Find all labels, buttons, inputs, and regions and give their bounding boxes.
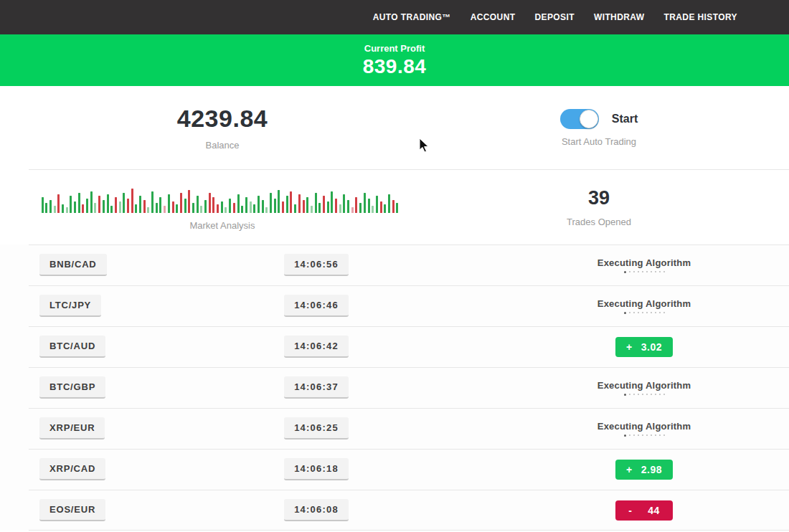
market-bar [54, 206, 56, 213]
current-profit-value: 839.84 [363, 55, 427, 78]
auto-trading-toggle[interactable] [560, 109, 599, 129]
auto-trading-cell: Start Start Auto Trading [445, 86, 753, 169]
market-bar [98, 196, 100, 213]
market-bar [107, 194, 109, 213]
market-bar [245, 197, 247, 213]
market-bar [78, 193, 80, 213]
market-bar [164, 206, 166, 213]
market-bar [318, 203, 321, 213]
progress-dots [537, 312, 752, 314]
trades-opened-label: Trades Opened [567, 217, 631, 227]
trade-row: BTC/GBP 14:06:37 Executing Algorithm [0, 367, 789, 408]
market-bar [290, 191, 292, 213]
market-bar [135, 204, 137, 213]
market-bar [86, 199, 88, 213]
market-bar [42, 197, 44, 213]
market-bar [233, 203, 235, 213]
market-bar [217, 204, 219, 213]
market-bar [90, 191, 93, 213]
result-value: 2.98 [641, 464, 662, 475]
market-bar [110, 206, 113, 213]
nav-item-account[interactable]: ACCOUNT [471, 12, 516, 22]
profit-badge: + 2.98 [615, 460, 673, 480]
market-bar [200, 206, 202, 213]
pair-chip: XRP/CAD [39, 458, 105, 480]
market-bar [225, 207, 227, 213]
auto-trading-label: Start Auto Trading [562, 136, 636, 147]
market-bar [180, 193, 182, 213]
balance-cell: 4239.84 Balance [0, 86, 445, 169]
result-sign: + [626, 464, 633, 475]
nav-item-trade-history[interactable]: TRADE HISTORY [663, 12, 737, 22]
toggle-label: Start [612, 113, 638, 125]
market-bar [376, 196, 378, 213]
balance-label: Balance [206, 140, 240, 151]
time-chip: 14:06:56 [284, 254, 349, 276]
loss-badge: - 44 [615, 500, 673, 521]
market-bar [57, 194, 60, 213]
market-bar [347, 200, 349, 213]
market-bar [323, 196, 325, 213]
market-bar [270, 193, 272, 213]
market-bar [103, 200, 105, 213]
top-navbar: AUTO TRADING™ACCOUNTDEPOSITWITHDRAWTRADE… [0, 0, 789, 34]
market-bar [159, 197, 161, 213]
market-bar [384, 204, 386, 213]
market-bar [237, 194, 240, 213]
toggle-knob [580, 110, 598, 128]
market-bar [184, 199, 186, 213]
market-bar [265, 207, 268, 213]
market-bar [274, 199, 276, 213]
market-bar [343, 194, 345, 213]
market-bar [359, 203, 362, 213]
pair-chip: XRP/EUR [39, 417, 105, 440]
market-bar [388, 194, 390, 213]
market-bar [355, 197, 357, 213]
market-bar [258, 196, 260, 213]
trade-row: XRP/EUR 14:06:25 Executing Algorithm [0, 408, 789, 449]
nav-item-withdraw[interactable]: WITHDRAW [594, 12, 645, 22]
executing-algorithm-label: Executing Algorithm [537, 298, 752, 309]
trade-row: EOS/EUR 14:06:08 - 44 [0, 490, 789, 531]
market-bar [172, 201, 174, 213]
market-bar [294, 204, 296, 213]
progress-dots [537, 434, 752, 437]
current-profit-label: Current Profit [364, 43, 425, 54]
market-bar [315, 193, 317, 213]
market-bar [351, 207, 354, 213]
nav-item-auto-trading[interactable]: AUTO TRADING™ [373, 12, 451, 22]
market-bar [278, 190, 280, 213]
pair-chip: BNB/CAD [39, 254, 107, 276]
market-analysis-label: Market Analysis [189, 220, 255, 231]
market-analysis-cell: Market Analysis [0, 170, 445, 244]
time-chip: 14:06:25 [284, 417, 349, 440]
market-bar [221, 201, 223, 213]
pair-chip: BTC/GBP [39, 376, 105, 399]
executing-algorithm-label: Executing Algorithm [537, 421, 752, 432]
result-value: 44 [648, 505, 660, 516]
nav-item-deposit[interactable]: DEPOSIT [534, 12, 574, 22]
market-bar [250, 201, 252, 213]
pair-chip: BTC/AUD [39, 336, 105, 358]
result-value: 3.02 [641, 341, 662, 353]
progress-dots [537, 271, 752, 273]
market-bar [311, 206, 313, 213]
market-bar [188, 190, 190, 213]
market-bar [127, 199, 129, 213]
market-bar [282, 201, 284, 213]
pair-chip: EOS/EUR [39, 499, 105, 521]
market-bar [262, 200, 264, 213]
balance-row: 4239.84 Balance Start Start Auto Trading [0, 86, 789, 169]
market-bar [168, 194, 170, 213]
result-sign: - [628, 505, 632, 516]
market-analysis-chart [42, 184, 404, 213]
market-bar [364, 193, 366, 213]
balance-value: 4239.84 [177, 105, 268, 133]
market-bar [123, 193, 125, 213]
market-bar [176, 204, 178, 213]
market-bar [197, 196, 199, 213]
time-chip: 14:06:08 [284, 499, 349, 521]
market-bar [66, 207, 68, 213]
market-bar [62, 204, 64, 213]
market-bar [331, 191, 333, 213]
